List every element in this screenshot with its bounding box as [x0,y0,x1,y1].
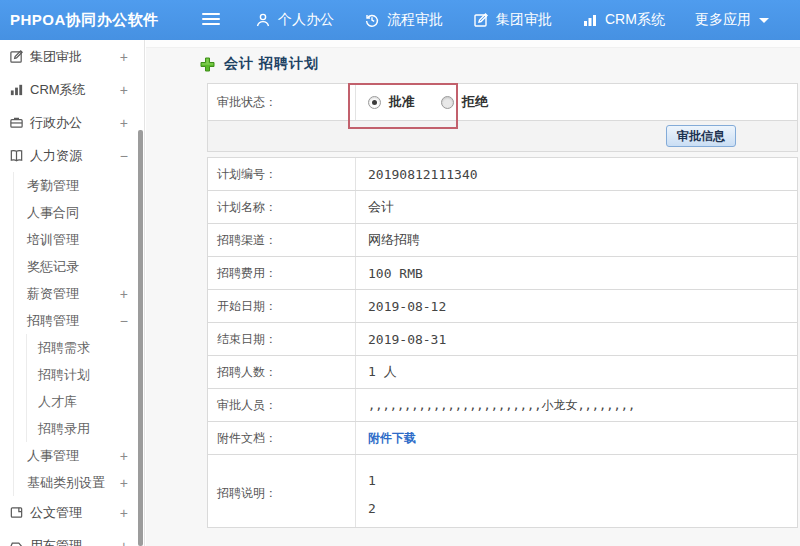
sidebar-item-recruitment[interactable]: 招聘管理− [14,307,144,334]
field-label: 计划名称： [208,191,356,223]
expand-icon[interactable]: + [120,286,128,302]
field-value: ,,,,,,,,,,,,,,,,,,,,,,,,小龙女,,,,,,,, [356,389,797,421]
field-row-description: 招聘说明： 1 2 [207,454,798,528]
nav-item-workflow-approval[interactable]: 流程审批 [349,0,458,40]
sidebar-item-crm[interactable]: CRM系统 + [0,73,144,106]
field-row-end-date: 结束日期： 2019-08-31 [207,322,798,355]
field-row-approvers: 审批人员： ,,,,,,,,,,,,,,,,,,,,,,,,小龙女,,,,,,,… [207,388,798,421]
expand-icon[interactable]: + [120,49,128,65]
expand-icon[interactable]: + [120,538,128,546]
field-value: 2019-08-12 [356,290,797,322]
sidebar-item-rewards[interactable]: 奖惩记录 [14,253,144,280]
sidebar: 集团审批 + CRM系统 + 行政办公 + 人力资源 [0,40,145,546]
sidebar-item-label: 人才库 [38,393,77,411]
expand-icon[interactable]: + [120,115,128,131]
top-header: PHPOA协同办公软件 个人办公 流程审批 [0,0,800,40]
status-radio-group: 批准 拒绝 [368,93,488,111]
sidebar-item-label: 人事合同 [27,204,79,222]
caret-down-icon [759,18,769,23]
car-icon [9,538,24,546]
sidebar-item-training[interactable]: 培训管理 [14,226,144,253]
edit-icon [9,49,24,64]
expand-icon[interactable]: + [120,448,128,464]
chart-icon [9,82,24,97]
sidebar-item-admin-office[interactable]: 行政办公 + [0,106,144,139]
sidebar-item-hr-contract[interactable]: 人事合同 [14,199,144,226]
sidebar-item-documents[interactable]: 公文管理 + [0,496,144,529]
field-row-plan-name: 计划名称： 会计 [207,190,798,223]
field-label: 附件文档： [208,422,356,454]
sidebar-item-group-approval[interactable]: 集团审批 + [0,40,144,73]
nav-label: 个人办公 [278,11,334,29]
app-title: PHPOA协同办公软件 [10,11,159,30]
nav-label: 流程审批 [387,11,443,29]
field-value: 100 RMB [356,257,797,289]
nav-item-group-approval[interactable]: 集团审批 [458,0,567,40]
field-value: 1 2 [356,455,797,527]
sidebar-item-vehicle[interactable]: 用车管理 + [0,529,144,546]
sidebar-item-label: 薪资管理 [27,285,79,303]
main-content: 会计 招聘计划 审批状态： 批准 拒绝 [146,40,800,546]
add-icon [200,57,215,72]
sidebar-item-label: 招聘录用 [38,420,90,438]
history-icon [364,12,380,28]
menu-toggle-icon[interactable] [202,13,220,27]
collapse-icon[interactable]: − [120,148,128,164]
radio-unselected-icon[interactable] [441,96,454,109]
field-label: 招聘人数： [208,356,356,388]
sidebar-item-label: 招聘计划 [38,366,90,384]
page-title-text: 会计 招聘计划 [224,55,319,73]
expand-icon[interactable]: + [120,82,128,98]
field-value: 1 人 [356,356,797,388]
sidebar-item-label: 用车管理 [30,537,82,546]
sidebar-item-recruit-hire[interactable]: 招聘录用 [27,415,144,442]
nav-item-crm[interactable]: CRM系统 [567,0,680,40]
sidebar-item-label: 奖惩记录 [27,258,79,276]
plan-details-table: 计划编号： 20190812111340 计划名称： 会计 招聘渠道： 网络招聘… [207,157,798,528]
sidebar-item-label: 公文管理 [30,504,82,522]
field-value: 2019-08-31 [356,323,797,355]
sidebar-item-label: 考勤管理 [27,177,79,195]
page-title: 会计 招聘计划 [200,55,319,73]
field-label: 招聘渠道： [208,224,356,256]
sidebar-item-hr[interactable]: 人力资源 − [0,139,144,172]
field-row-cost: 招聘费用： 100 RMB [207,256,798,289]
attachment-download-link[interactable]: 附件下载 [368,430,416,447]
field-label: 结束日期： [208,323,356,355]
sidebar-item-attendance[interactable]: 考勤管理 [14,172,144,199]
nav-item-more-apps[interactable]: 更多应用 [680,0,784,40]
sidebar-item-label: CRM系统 [30,81,86,99]
sidebar-scrollbar[interactable] [138,130,143,546]
sidebar-item-base-category[interactable]: 基础类别设置+ [14,469,144,496]
field-value: 20190812111340 [356,158,797,190]
sidebar-item-label: 行政办公 [30,114,82,132]
briefcase-icon [9,115,24,130]
content-top-strip [146,40,800,48]
nav-item-personal-office[interactable]: 个人办公 [240,0,349,40]
sidebar-item-salary[interactable]: 薪资管理+ [14,280,144,307]
approval-form: 审批状态： 批准 拒绝 审批信息 [207,83,798,528]
radio-reject[interactable]: 拒绝 [441,93,488,111]
description-line-2: 2 [368,495,376,523]
field-row-channel: 招聘渠道： 网络招聘 [207,223,798,256]
status-row: 审批状态： 批准 拒绝 [207,83,798,121]
sidebar-item-recruit-plan[interactable]: 招聘计划 [27,361,144,388]
field-label: 招聘费用： [208,257,356,289]
expand-icon[interactable]: + [120,505,128,521]
app-window: PHPOA协同办公软件 个人办公 流程审批 [0,0,800,546]
nav-label: CRM系统 [605,11,665,29]
radio-selected-icon[interactable] [368,96,381,109]
top-navigation: 个人办公 流程审批 集团审批 [240,0,784,40]
sidebar-item-personnel[interactable]: 人事管理+ [14,442,144,469]
sidebar-item-label: 人事管理 [27,447,79,465]
collapse-icon[interactable]: − [120,313,128,329]
expand-icon[interactable]: + [120,475,128,491]
approval-info-button[interactable]: 审批信息 [666,125,736,147]
sidebar-item-label: 培训管理 [27,231,79,249]
sidebar-item-talent-pool[interactable]: 人才库 [27,388,144,415]
sidebar-item-label: 基础类别设置 [27,474,105,492]
radio-approve[interactable]: 批准 [368,93,415,111]
edit-icon [473,12,489,28]
sidebar-item-recruit-demand[interactable]: 招聘需求 [27,334,144,361]
nav-label: 更多应用 [695,11,751,29]
